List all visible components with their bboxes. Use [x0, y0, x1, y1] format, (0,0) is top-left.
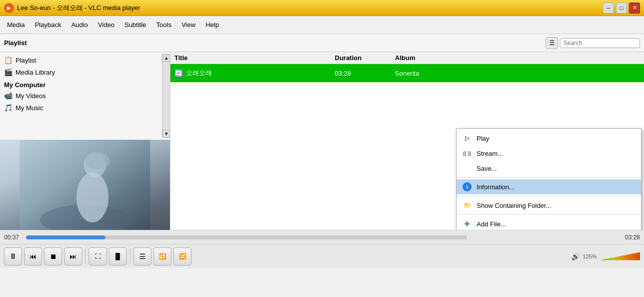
title-bar: ▶ Lee So-eun - 오래오래 - VLC media player ─…	[0, 0, 644, 16]
sidebar-scrollbar[interactable]: ▲ ▼	[162, 54, 170, 138]
toolbar-playlist-label: Playlist	[4, 39, 544, 47]
ctx-stream[interactable]: ((·)) Stream...	[457, 146, 641, 161]
table-row[interactable]: 🔄 오래오래 03:28 Sonerita	[170, 64, 644, 82]
window-controls: ─ □ ✕	[603, 3, 640, 14]
row-duration-cell: 03:28	[335, 70, 395, 77]
volume-icon: 🔊	[571, 252, 580, 260]
ctx-stream-label: Stream...	[477, 150, 503, 157]
volume-gradient	[600, 252, 640, 260]
total-time: 03:28	[622, 234, 640, 241]
playlist-header: Title Duration Album	[170, 52, 644, 64]
ctx-save[interactable]: Save...	[457, 161, 641, 176]
extended-button[interactable]: ▐▌	[109, 247, 127, 265]
main-area: 📋 Playlist 🎬 Media Library My Computer 📹…	[0, 52, 644, 230]
playlist-table: Title Duration Album 🔄 오래오래 03:28 Soneri…	[170, 52, 644, 82]
menu-bar: Media Playback Audio Video Subtitle Tool…	[0, 16, 644, 34]
progress-fill	[26, 235, 105, 239]
svg-point-4	[86, 152, 110, 170]
ctx-show-folder[interactable]: 📁 Show Containing Folder...	[457, 198, 641, 213]
album-art-svg	[0, 140, 170, 230]
menu-playback[interactable]: Playback	[30, 19, 66, 31]
ctx-separator-1	[457, 177, 641, 178]
ctx-play-label: Play	[477, 135, 489, 142]
scroll-up-button[interactable]: ▲	[162, 54, 170, 62]
scroll-down-button[interactable]: ▼	[162, 130, 170, 138]
next-button[interactable]: ⏭	[64, 247, 82, 265]
menu-subtitle[interactable]: Subtitle	[119, 19, 151, 31]
app-icon: ▶	[4, 3, 14, 13]
fullscreen-button[interactable]: ⛶	[89, 247, 107, 265]
row-title: 오래오래	[186, 69, 212, 78]
menu-video[interactable]: Video	[93, 19, 119, 31]
sidebar-my-videos-label: My Videos	[16, 92, 46, 100]
ctx-separator-3	[457, 214, 641, 215]
my-music-icon: 🎵	[4, 104, 13, 112]
volume-area: 🔊 125%	[571, 252, 640, 260]
sidebar-media-library-label: Media Library	[16, 69, 55, 76]
scroll-track	[162, 62, 170, 130]
ctx-play[interactable]: ▷ Play	[457, 131, 641, 146]
controls-separator-1	[85, 249, 86, 264]
context-menu: ▷ Play ((·)) Stream... Save... i Informa…	[456, 128, 641, 230]
play-icon: ▷	[463, 134, 472, 143]
pause-button[interactable]: ⏸	[4, 247, 22, 265]
menu-view[interactable]: View	[176, 19, 200, 31]
ctx-save-label: Save...	[477, 165, 497, 172]
sidebar-playlist-label: Playlist	[16, 57, 36, 64]
prev-button[interactable]: ⏮	[24, 247, 42, 265]
loop-button[interactable]: 🔁	[153, 247, 171, 265]
maximize-button[interactable]: □	[616, 3, 627, 14]
menu-help[interactable]: Help	[200, 19, 224, 31]
stop-button[interactable]: ⏹	[44, 247, 62, 265]
menu-media[interactable]: Media	[2, 19, 30, 31]
menu-tools[interactable]: Tools	[151, 19, 176, 31]
my-videos-icon: 📹	[4, 92, 13, 100]
left-panel: 📋 Playlist 🎬 Media Library My Computer 📹…	[0, 52, 170, 230]
sidebar-item-my-videos[interactable]: 📹 My Videos	[0, 90, 162, 102]
sidebar-item-my-music[interactable]: 🎵 My Music	[0, 102, 162, 114]
add-file-icon: ✚	[463, 219, 472, 228]
row-title-cell: 🔄 오래오래	[174, 69, 335, 78]
volume-bar[interactable]	[600, 252, 640, 260]
stream-icon: ((·))	[463, 149, 472, 158]
album-art-image	[0, 140, 170, 230]
minimize-button[interactable]: ─	[603, 3, 614, 14]
information-icon: i	[463, 182, 472, 191]
toolbar-icon-button[interactable]: ☰	[546, 37, 558, 49]
ctx-information-label: Information...	[477, 183, 515, 191]
ctx-information[interactable]: i Information...	[457, 179, 641, 194]
current-time: 00:37	[4, 234, 22, 241]
volume-label: 125%	[583, 253, 597, 259]
controls-separator-2	[130, 249, 130, 264]
sidebar-item-media-library[interactable]: 🎬 Media Library	[0, 66, 162, 78]
controls-area: ⏸ ⏮ ⏹ ⏭ ⛶ ▐▌ ☰ 🔁 🔀 🔊 125%	[0, 244, 644, 268]
sidebar-item-playlist[interactable]: 📋 Playlist	[0, 54, 162, 66]
ctx-separator-2	[457, 196, 641, 196]
folder-icon: 📁	[463, 201, 472, 210]
col-duration-header: Duration	[335, 54, 395, 62]
close-button[interactable]: ✕	[629, 3, 640, 14]
svg-point-3	[77, 172, 109, 222]
sidebar: 📋 Playlist 🎬 Media Library My Computer 📹…	[0, 52, 170, 140]
window-title: Lee So-eun - 오래오래 - VLC media player	[17, 4, 603, 13]
ctx-show-folder-label: Show Containing Folder...	[477, 202, 551, 209]
playlist-icon: 📋	[4, 56, 13, 64]
save-icon	[463, 164, 472, 173]
row-album-cell: Sonerita	[395, 70, 640, 77]
progress-track[interactable]	[26, 235, 467, 239]
sidebar-section-my-computer: My Computer	[0, 78, 162, 90]
random-button[interactable]: 🔀	[173, 247, 191, 265]
menu-audio[interactable]: Audio	[66, 19, 93, 31]
now-playing-icon: 🔄	[174, 69, 183, 77]
progress-area: 00:37 03:28	[0, 230, 644, 244]
ctx-add-file[interactable]: ✚ Add File...	[457, 216, 641, 230]
col-album-header: Album	[395, 54, 640, 62]
content-area: Title Duration Album 🔄 오래오래 03:28 Soneri…	[170, 52, 644, 230]
search-input[interactable]	[560, 38, 640, 48]
sidebar-my-music-label: My Music	[16, 104, 43, 112]
media-library-icon: 🎬	[4, 68, 13, 76]
ctx-add-file-label: Add File...	[477, 220, 506, 228]
playlist-toggle-button[interactable]: ☰	[133, 247, 151, 265]
toolbar: Playlist ☰	[0, 34, 644, 52]
sidebar-inner: 📋 Playlist 🎬 Media Library My Computer 📹…	[0, 54, 162, 138]
